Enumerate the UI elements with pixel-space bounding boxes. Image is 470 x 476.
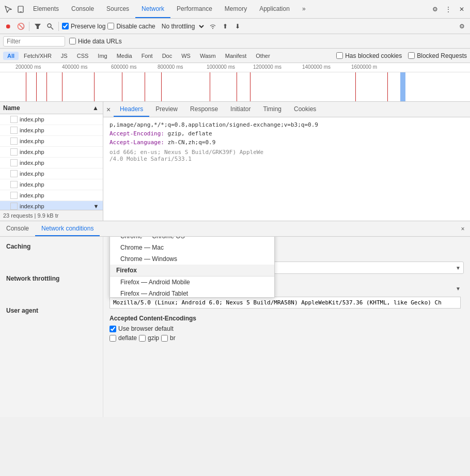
request-item-6[interactable]: index.php bbox=[0, 179, 103, 190]
ua-dropdown[interactable]: Android Android (4.0.2) Browser — Galaxy… bbox=[109, 237, 275, 298]
ua-item-chrome-windows[interactable]: Chrome — Windows bbox=[110, 253, 274, 265]
request-list-header: Name ▲ bbox=[0, 102, 103, 114]
tab-more[interactable]: » bbox=[296, 0, 312, 18]
scroll-up-icon[interactable]: ▲ bbox=[91, 104, 100, 112]
timeline-labels: 200000 ms 400000 ms 600000 ms 800000 ms … bbox=[0, 63, 470, 72]
request-list: Name ▲ index.php index.php index.php ind… bbox=[0, 102, 103, 221]
ua-item-firefox-android-mobile[interactable]: Firefox — Android Mobile bbox=[110, 277, 274, 288]
record-button[interactable]: ⏺ bbox=[3, 21, 13, 32]
preserve-log-checkbox[interactable] bbox=[62, 23, 69, 29]
detail-tab-initiator[interactable]: Initiator bbox=[224, 102, 257, 117]
disable-cache-label[interactable]: Disable cache bbox=[107, 23, 155, 30]
tab-application[interactable]: Application bbox=[253, 0, 296, 18]
type-btn-all[interactable]: All bbox=[3, 52, 19, 60]
detail-tab-preview[interactable]: Preview bbox=[149, 102, 184, 117]
detail-close-btn[interactable]: × bbox=[103, 102, 114, 117]
ua-string-container bbox=[109, 297, 464, 309]
tl-bar-4 bbox=[62, 72, 62, 101]
caching-title: Caching bbox=[6, 243, 97, 250]
type-btn-doc[interactable]: Doc bbox=[158, 52, 177, 60]
top-right-icons: ⚙ ⋮ ✕ bbox=[429, 3, 468, 16]
disable-cache-checkbox[interactable] bbox=[107, 23, 114, 29]
request-item-1[interactable]: index.php bbox=[0, 125, 103, 136]
upload-icon[interactable]: ⬆ bbox=[220, 21, 230, 32]
type-btn-wasm[interactable]: Wasm bbox=[196, 52, 220, 60]
tab-console[interactable]: Console bbox=[65, 0, 100, 18]
tab-elements[interactable]: Elements bbox=[27, 0, 65, 18]
request-item-8[interactable]: index.php ▼ bbox=[0, 201, 103, 210]
request-item-4[interactable]: index.php bbox=[0, 158, 103, 168]
tab-memory[interactable]: Memory bbox=[218, 0, 253, 18]
clear-button[interactable]: 🚫 bbox=[15, 21, 26, 32]
search-icon[interactable] bbox=[45, 21, 55, 32]
caching-section: Caching bbox=[6, 243, 97, 250]
sep1 bbox=[29, 22, 29, 31]
deflate-checkbox[interactable] bbox=[109, 335, 116, 342]
blocked-requests-label[interactable]: Blocked Requests bbox=[408, 52, 467, 59]
ua-string-input[interactable] bbox=[109, 297, 461, 309]
bottom-tabs: Console Network conditions × bbox=[0, 221, 470, 237]
detail-tab-response[interactable]: Response bbox=[184, 102, 224, 117]
detail-tab-cookies[interactable]: Cookies bbox=[288, 102, 322, 117]
request-item-5[interactable]: index.php bbox=[0, 168, 103, 179]
request-item-3[interactable]: index.php bbox=[0, 147, 103, 158]
ua-item-chrome-chromeos[interactable]: Chrome — Chrome OS bbox=[110, 237, 274, 242]
ua-item-firefox-android-tablet[interactable]: Firefox — Android Tablet bbox=[110, 288, 274, 298]
type-btn-font[interactable]: Font bbox=[137, 52, 157, 60]
detail-extra-2: /4.0 Mobile Safari/533.1 bbox=[109, 156, 464, 162]
settings-icon[interactable]: ⚙ bbox=[429, 3, 441, 16]
tab-sources[interactable]: Sources bbox=[100, 0, 135, 18]
deflate-label: deflate bbox=[118, 334, 137, 342]
filter-input[interactable] bbox=[3, 36, 65, 47]
type-btn-fetch[interactable]: Fetch/XHR bbox=[20, 52, 56, 60]
throttle-select[interactable]: No throttling bbox=[158, 21, 206, 32]
tab-network[interactable]: Network bbox=[135, 0, 170, 18]
svg-marker-2 bbox=[35, 24, 41, 29]
scroll-down-icon[interactable]: ▼ bbox=[92, 203, 100, 210]
blocked-requests-checkbox[interactable] bbox=[408, 52, 415, 59]
bottom-tab-network-conditions[interactable]: Network conditions bbox=[35, 221, 100, 236]
type-btn-media[interactable]: Media bbox=[113, 52, 136, 60]
hide-data-urls-text: Hide data URLs bbox=[78, 38, 122, 45]
type-btn-other[interactable]: Other bbox=[252, 52, 274, 60]
wifi-icon[interactable] bbox=[208, 21, 218, 32]
type-btn-img[interactable]: Img bbox=[93, 52, 111, 60]
network-toolbar: ⏺ 🚫 Preserve log Disable cache No thrott… bbox=[0, 19, 470, 34]
inspect-icon[interactable] bbox=[2, 3, 14, 16]
download-icon[interactable]: ⬇ bbox=[232, 21, 243, 32]
request-item-7[interactable]: index.php bbox=[0, 190, 103, 201]
request-list-items[interactable]: index.php index.php index.php index.php … bbox=[0, 114, 103, 210]
device-icon[interactable] bbox=[14, 3, 27, 16]
br-checkbox[interactable] bbox=[161, 335, 168, 342]
type-btn-css[interactable]: CSS bbox=[73, 52, 93, 60]
request-item-0[interactable]: index.php bbox=[0, 114, 103, 125]
tab-performance[interactable]: Performance bbox=[170, 0, 218, 18]
tl-label-1: 400000 ms bbox=[62, 64, 87, 70]
bottom-tab-console[interactable]: Console bbox=[0, 221, 35, 236]
hide-data-urls-label[interactable]: Hide data URLs bbox=[69, 38, 122, 45]
request-item-2[interactable]: index.php bbox=[0, 136, 103, 147]
detail-tab-headers[interactable]: Headers bbox=[114, 102, 149, 117]
main-split: Name ▲ index.php index.php index.php ind… bbox=[0, 102, 470, 221]
ua-item-chrome-mac[interactable]: Chrome — Mac bbox=[110, 242, 274, 253]
hide-data-urls-checkbox[interactable] bbox=[69, 38, 76, 44]
type-btn-ws[interactable]: WS bbox=[177, 52, 195, 60]
close-devtools-icon[interactable]: ✕ bbox=[456, 3, 468, 16]
type-btn-js[interactable]: JS bbox=[57, 52, 72, 60]
filter-icon[interactable] bbox=[33, 21, 43, 32]
network-throttling-section: Network throttling bbox=[6, 275, 97, 282]
tl-bar-7 bbox=[145, 72, 145, 101]
detail-line-0: p,image/apng,*/*;q=0.8,application/signe… bbox=[109, 121, 464, 128]
bottom-close-btn[interactable]: × bbox=[456, 221, 470, 236]
network-settings-icon[interactable]: ⚙ bbox=[457, 21, 467, 32]
has-blocked-cookies-label[interactable]: Has blocked cookies bbox=[336, 52, 402, 59]
preserve-log-label[interactable]: Preserve log bbox=[62, 23, 105, 30]
gzip-checkbox[interactable] bbox=[139, 335, 146, 342]
tl-bar-3 bbox=[46, 72, 47, 101]
has-blocked-cookies-checkbox[interactable] bbox=[336, 52, 343, 59]
name-column-header: Name bbox=[3, 104, 20, 112]
detail-tab-timing[interactable]: Timing bbox=[257, 102, 288, 117]
type-btn-manifest[interactable]: Manifest bbox=[221, 52, 251, 60]
more-options-icon[interactable]: ⋮ bbox=[442, 3, 455, 16]
use-browser-default-checkbox[interactable] bbox=[109, 326, 116, 332]
